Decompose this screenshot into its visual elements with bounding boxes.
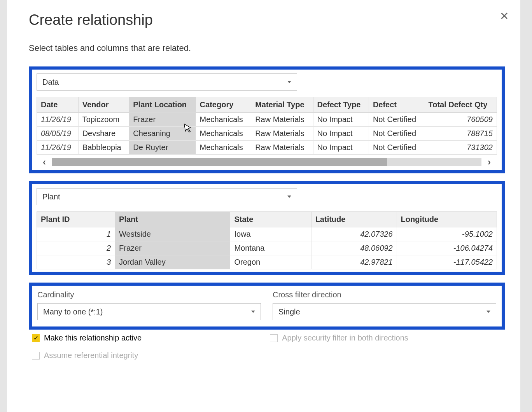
table-row: 08/05/19 Devshare Chesaning Mechanicals …	[37, 127, 497, 141]
cell: Not Certified	[369, 141, 424, 155]
cardinality-value: Many to one (*:1)	[43, 307, 103, 316]
cell: No Impact	[313, 141, 369, 155]
table-row: 1 Westside Iowa 42.07326 -95.1002	[37, 227, 497, 241]
security-filter-label: Apply security filter in both directions	[282, 333, 408, 342]
cell: Frazer	[115, 241, 230, 255]
relationship-settings-section: Cardinality Many to one (*:1) Cross filt…	[29, 283, 505, 330]
col-header[interactable]: Defect	[369, 97, 424, 113]
col-header-selected[interactable]: Plant Location	[129, 97, 196, 113]
cell: Raw Materials	[251, 113, 313, 127]
col-header[interactable]: Latitude	[311, 212, 397, 227]
cell: Oregon	[230, 255, 311, 269]
second-table-value: Plant	[42, 192, 60, 201]
cell: Raw Materials	[251, 141, 313, 155]
scroll-thumb[interactable]	[52, 158, 387, 166]
col-header[interactable]: Material Type	[251, 97, 313, 113]
first-table-dropdown[interactable]: Data	[37, 73, 297, 91]
make-active-label: Make this relationship active	[44, 333, 142, 342]
crossfilter-dropdown[interactable]: Single	[273, 303, 496, 320]
cell: 08/05/19	[37, 127, 79, 141]
cell: 42.97821	[311, 255, 397, 269]
cardinality-dropdown[interactable]: Many to one (*:1)	[37, 303, 261, 320]
referential-integrity-checkbox-row: Assume referential integrity	[32, 351, 505, 360]
chevron-down-icon	[486, 311, 490, 313]
cell: 3	[37, 255, 115, 269]
cell: 1	[37, 227, 115, 241]
referential-label: Assume referential integrity	[44, 351, 138, 360]
col-header[interactable]: Category	[196, 97, 251, 113]
cell: -106.04274	[397, 241, 497, 255]
cell: 11/26/19	[37, 113, 79, 127]
dialog-subtitle: Select tables and columns that are relat…	[29, 43, 505, 53]
col-header[interactable]: Plant ID	[37, 212, 115, 227]
chevron-down-icon	[287, 81, 291, 83]
make-active-checkbox-row[interactable]: ✓ Make this relationship active	[32, 333, 142, 342]
cell: Not Certified	[369, 113, 424, 127]
cell: 42.07326	[311, 227, 397, 241]
cell: 788715	[424, 127, 497, 141]
second-table-dropdown[interactable]: Plant	[37, 188, 297, 205]
cell: Mechanicals	[196, 113, 251, 127]
close-icon[interactable]: ✕	[500, 11, 509, 22]
cell: 760509	[424, 113, 497, 127]
col-header[interactable]: Date	[37, 97, 79, 113]
table-row: 2 Frazer Montana 48.06092 -106.04274	[37, 241, 497, 255]
dialog-title: Create relationship	[29, 12, 505, 28]
cell: Iowa	[230, 227, 311, 241]
chevron-down-icon	[287, 196, 291, 198]
table-row: 11/26/19 Babbleopia De Ruyter Mechanical…	[37, 141, 497, 155]
scroll-track[interactable]	[52, 158, 481, 166]
cell: Babbleopia	[78, 141, 129, 155]
col-header[interactable]: Longitude	[397, 212, 497, 227]
relationship-options: ✓ Make this relationship active Apply se…	[29, 333, 505, 360]
cardinality-label: Cardinality	[37, 290, 261, 299]
crossfilter-label: Cross filter direction	[273, 290, 496, 299]
first-table-preview: Date Vendor Plant Location Category Mate…	[37, 97, 497, 155]
chevron-down-icon	[251, 311, 255, 313]
cell: Raw Materials	[251, 127, 313, 141]
scroll-left-icon[interactable]: ‹	[37, 157, 52, 168]
security-filter-checkbox-row: Apply security filter in both directions	[270, 333, 408, 342]
cell: No Impact	[313, 127, 369, 141]
cell: 731302	[424, 141, 497, 155]
col-header[interactable]: State	[230, 212, 311, 227]
cell: Frazer	[129, 113, 196, 127]
cell: 48.06092	[311, 241, 397, 255]
cell: No Impact	[313, 113, 369, 127]
cell: Topiczoom	[78, 113, 129, 127]
cell: 2	[37, 241, 115, 255]
cell: Jordan Valley	[115, 255, 230, 269]
col-header-selected[interactable]: Plant	[115, 212, 230, 227]
table-row: 3 Jordan Valley Oregon 42.97821 -117.054…	[37, 255, 497, 269]
first-table-section: Data Date Vendor Plant Location Category…	[29, 66, 505, 173]
cell: Montana	[230, 241, 311, 255]
scroll-right-icon[interactable]: ›	[481, 157, 497, 168]
cell: 11/26/19	[37, 141, 79, 155]
checkbox-checked-icon[interactable]: ✓	[32, 334, 40, 342]
cell: De Ruyter	[129, 141, 196, 155]
col-header[interactable]: Defect Type	[313, 97, 369, 113]
horizontal-scrollbar[interactable]: ‹ ›	[37, 156, 497, 168]
first-table-value: Data	[42, 78, 59, 87]
cell: Devshare	[78, 127, 129, 141]
cell: Not Certified	[369, 127, 424, 141]
second-table-preview: Plant ID Plant State Latitude Longitude …	[37, 211, 497, 269]
cell: -95.1002	[397, 227, 497, 241]
checkbox-icon	[32, 352, 40, 360]
table-row: 11/26/19 Topiczoom Frazer Mechanicals Ra…	[37, 113, 497, 127]
second-table-section: Plant Plant ID Plant State Latitude Long…	[29, 181, 505, 275]
cell: Chesaning	[129, 127, 196, 141]
cell: Mechanicals	[196, 141, 251, 155]
col-header[interactable]: Total Defect Qty	[424, 97, 497, 113]
cell: Westside	[115, 227, 230, 241]
cell: Mechanicals	[196, 127, 251, 141]
col-header[interactable]: Vendor	[78, 97, 129, 113]
create-relationship-dialog: ✕ Create relationship Select tables and …	[7, 0, 520, 412]
cell: -117.05422	[397, 255, 497, 269]
checkbox-icon	[270, 334, 278, 342]
crossfilter-value: Single	[278, 307, 300, 316]
